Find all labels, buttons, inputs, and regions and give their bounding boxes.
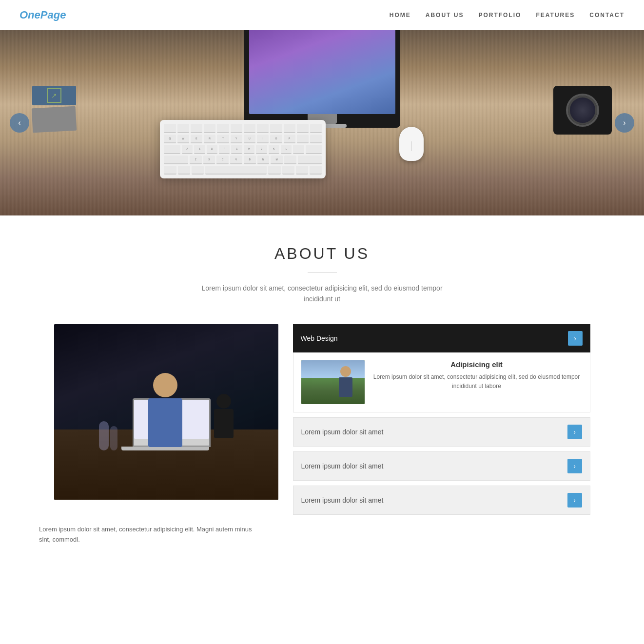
accordion-item-collapsed-1[interactable]: Lorem ipsum dolor sit amet › xyxy=(293,451,590,481)
mouse-decoration xyxy=(399,127,424,161)
accordion-expanded-content: Adipisicing elit Lorem ipsum dolor sit a… xyxy=(293,352,590,412)
accordion-chevron-icon-2: › xyxy=(567,493,582,507)
key-row-1 xyxy=(164,124,322,133)
key-row-3: A S D F G H J K L xyxy=(164,145,322,154)
keyboard-decoration: Q W E R T Y U I O P A S D F G H J K L xyxy=(160,120,326,178)
accordion-chevron-icon-0: › xyxy=(567,425,582,439)
key-row-2: Q W E R T Y U I O P xyxy=(164,135,322,143)
chevron-right-icon: › xyxy=(623,118,625,127)
accordion-active-label: Web Design xyxy=(301,334,338,342)
key-row-5 xyxy=(164,166,322,175)
about-subtitle: Lorem ipsum dolor sit amet, consectetur … xyxy=(200,283,444,305)
logo[interactable]: OnePage xyxy=(20,9,66,21)
accordion-expanded-title: Adipisicing elit xyxy=(371,360,582,369)
person-silhouette xyxy=(148,373,182,447)
accordion-collapsed-label-2: Lorem ipsum dolor sit amet xyxy=(301,496,384,504)
accordion-item-collapsed-2[interactable]: Lorem ipsum dolor sit amet › xyxy=(293,486,590,515)
slider-next-button[interactable]: › xyxy=(615,113,634,133)
books-decoration: ↗ xyxy=(32,86,91,154)
camera-lens xyxy=(568,96,597,125)
monitor-decoration xyxy=(244,30,400,128)
accordion-collapsed-label-0: Lorem ipsum dolor sit amet xyxy=(301,428,384,436)
accordion-collapsed-label-1: Lorem ipsum dolor sit amet xyxy=(301,462,384,470)
monitor-screen xyxy=(249,30,395,114)
nav-item-about-us[interactable]: ABOUT US xyxy=(426,12,464,19)
about-content: Web Design › Adipisicing elit xyxy=(54,324,590,515)
accordion-chevron-icon-1: › xyxy=(567,459,582,473)
nav-item-home[interactable]: HOME xyxy=(390,12,411,19)
nav-item-contact[interactable]: CONTACT xyxy=(589,12,624,19)
camera-decoration xyxy=(553,86,612,135)
about-image xyxy=(54,324,278,500)
accordion-expanded-body: Lorem ipsum dolor sit amet, consectetur … xyxy=(371,372,582,391)
about-image-content xyxy=(54,324,278,500)
about-accordion: Web Design › Adipisicing elit xyxy=(293,324,590,515)
about-section: ABOUT US Lorem ipsum dolor sit amet, con… xyxy=(0,215,644,564)
chevron-left-icon: ‹ xyxy=(18,118,20,127)
accordion-chevron-icon: › xyxy=(568,331,583,346)
nav-item-portfolio[interactable]: PORTFOLIO xyxy=(478,12,521,19)
nav-item-features[interactable]: FEATURES xyxy=(536,12,575,19)
main-nav: HOMEABOUT USPORTFOLIOFEATURESCONTACT xyxy=(390,12,624,19)
accordion-item-active[interactable]: Web Design › xyxy=(293,324,590,352)
accordion-item-collapsed-0[interactable]: Lorem ipsum dolor sit amet › xyxy=(293,417,590,447)
key-row-4: Z X C V B N M xyxy=(164,156,322,164)
section-divider xyxy=(308,273,337,273)
header: OnePage HOMEABOUT USPORTFOLIOFEATURESCON… xyxy=(0,0,644,30)
about-title: ABOUT US xyxy=(39,245,605,263)
accordion-expanded-text: Adipisicing elit Lorem ipsum dolor sit a… xyxy=(371,360,582,404)
hero-slider: Q W E R T Y U I O P A S D F G H J K L xyxy=(0,30,644,215)
accordion-thumbnail xyxy=(301,360,365,404)
about-bottom-text: Lorem ipsum dolor sit amet, consectetur … xyxy=(39,525,263,545)
slider-prev-button[interactable]: ‹ xyxy=(10,113,29,133)
